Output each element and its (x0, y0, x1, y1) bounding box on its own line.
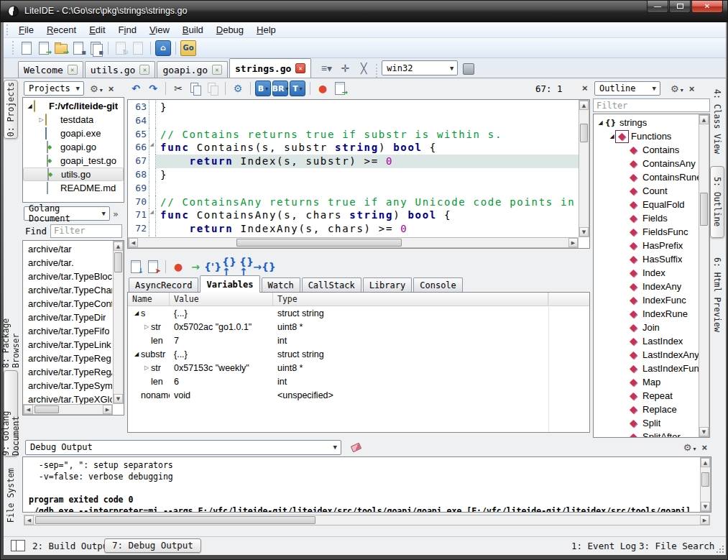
expander-icon[interactable]: ◢ (608, 133, 616, 139)
expander-icon[interactable]: ◢ (26, 103, 34, 109)
show-debug-output-icon[interactable]: ↓ (128, 259, 144, 275)
gear-icon[interactable]: ⚙▾ (90, 83, 103, 94)
tab-list-icon[interactable]: ≡▾ (317, 60, 336, 77)
output-hscrollbar[interactable]: ◀ ▶ (24, 515, 710, 525)
continue-icon[interactable]: → (188, 259, 203, 275)
scroll-thumb[interactable] (34, 405, 59, 413)
tree-item[interactable]: ◆SplitAfter (594, 430, 699, 437)
sidebar-tab-class-view[interactable]: 4: Class View (710, 81, 724, 162)
line-number[interactable]: 68 (128, 168, 149, 182)
save-all-icon[interactable]: ▪ (88, 40, 103, 56)
scroll-right-icon[interactable]: ▶ (700, 515, 709, 525)
variable-row[interactable]: nonamevoid<unspecified> (128, 388, 589, 402)
menu-find[interactable]: Find (112, 23, 143, 37)
editor-vscrollbar[interactable]: ▲ ▼ (579, 100, 589, 237)
list-item[interactable]: archive/tar (24, 242, 112, 256)
build-menu-icon[interactable]: B▾ (255, 81, 271, 96)
menu-recent[interactable]: Recent (40, 23, 83, 37)
list-item[interactable]: archive/tar.TypeFifo (24, 324, 112, 338)
test-menu-icon[interactable]: T▾ (290, 81, 305, 96)
statusbar-file-search[interactable]: 3: File Search (639, 541, 714, 551)
step-over-icon[interactable]: {}↑ (222, 259, 238, 275)
menu-view[interactable]: View (143, 23, 176, 37)
copy-icon[interactable] (188, 81, 203, 96)
variable-row[interactable]: ◢substr{...}struct string (128, 347, 589, 361)
scroll-thumb[interactable] (114, 252, 122, 272)
list-item[interactable]: archive/tar.TypeDir (24, 311, 112, 324)
tree-item[interactable]: ◆EqualFold (594, 198, 699, 211)
variable-row[interactable]: ▷str0x57153c "weekly"uint8 * (128, 361, 589, 375)
scroll-down-icon[interactable]: ▼ (701, 502, 710, 511)
debug-tab-variables[interactable]: Variables (200, 275, 259, 293)
close-tab-icon[interactable]: ✕ (139, 65, 149, 75)
scroll-up-icon[interactable]: ▲ (114, 242, 123, 251)
save-file-icon[interactable]: ▪ (70, 40, 86, 56)
minimize-button[interactable]: — (647, 1, 668, 13)
list-item[interactable]: archive/tar.TypeXGlobalHeader (24, 393, 112, 404)
scroll-thumb[interactable] (701, 472, 709, 487)
tree-item[interactable]: ◆Index (594, 266, 699, 280)
paste-icon[interactable] (205, 81, 221, 96)
tree-item[interactable]: ◆HasPrefix (594, 239, 699, 252)
tree-item[interactable]: ◆LastIndexAny (594, 348, 699, 362)
debug-tab-callstack[interactable]: CallStack (302, 277, 361, 293)
tree-item[interactable]: ◆Repeat (594, 389, 699, 403)
variable-row[interactable]: len7int (128, 334, 589, 347)
tree-item[interactable]: ◆IndexFunc (594, 293, 699, 307)
tree-item[interactable]: ◆IndexAny (594, 280, 699, 293)
tree-item[interactable]: ◆LastIndex (594, 334, 699, 348)
menu-edit[interactable]: Edit (83, 23, 111, 37)
doc-list-vscrollbar[interactable]: ▲ ▼ (113, 241, 124, 404)
debug-start-icon[interactable]: → (332, 81, 348, 96)
list-item[interactable]: archive/tar.TypeSymlink (24, 379, 112, 393)
tree-item[interactable]: ◆Fields (594, 211, 699, 225)
doc-list-hscrollbar[interactable]: ◀ ▶ (23, 404, 113, 415)
menu-debug[interactable]: Debug (210, 23, 250, 37)
statusbar-build-output[interactable]: 2: Build Output (32, 541, 114, 551)
line-number[interactable]: 66 (128, 141, 149, 155)
new-file-icon[interactable] (19, 40, 34, 56)
outline-vscrollbar[interactable]: ▲ ▼ (699, 114, 709, 437)
golang-document-select[interactable]: Golang Document▼ (24, 206, 110, 221)
close-debug-output-icon[interactable]: ➤ (145, 259, 161, 275)
close-editor-icon[interactable]: × (582, 83, 588, 93)
scroll-left-icon[interactable]: ◀ (24, 515, 34, 525)
reload-file-icon[interactable]: ↻ (113, 40, 129, 56)
menu-help[interactable]: Help (250, 23, 282, 37)
line-number[interactable]: 64 (128, 114, 149, 128)
undo-icon[interactable]: ↶ (128, 81, 144, 96)
resize-grip[interactable] (716, 545, 724, 554)
tree-item[interactable]: ◆Map (594, 375, 699, 389)
output-vscrollbar[interactable]: ▲ ▼ (700, 457, 711, 512)
split-editor-icon[interactable]: ✛ (336, 60, 354, 77)
goplay-icon[interactable]: Go (180, 40, 196, 56)
list-item[interactable]: archive/tar.TypeCont (24, 297, 112, 311)
list-item[interactable]: archive/tar.TypeLink (24, 338, 112, 352)
scroll-thumb[interactable] (700, 193, 708, 226)
scroll-left-icon[interactable]: ◀ (129, 238, 138, 247)
tree-item[interactable]: README.md (23, 181, 124, 195)
scroll-thumb[interactable] (35, 516, 315, 524)
toggle-panels-icon[interactable] (11, 540, 25, 551)
sidebar-tab-html-preview[interactable]: 6: Html Preview (710, 242, 724, 347)
cut-icon[interactable]: ✂ (170, 81, 186, 96)
list-item[interactable]: archive/tar.TypeReg (24, 352, 112, 365)
scroll-right-icon[interactable]: ▶ (568, 238, 578, 247)
gear-icon[interactable]: ⚙▾ (683, 442, 696, 453)
titlebar[interactable]: LiteIDE - C:\Go\src\pkg\strings\strings.… (1, 1, 728, 22)
close-button[interactable]: ✕ (691, 1, 723, 13)
tree-item[interactable]: goapi_test.go (23, 154, 124, 167)
column-header-name[interactable]: Name (128, 293, 170, 306)
list-item[interactable]: archive/tar.TypeRegA (24, 365, 112, 379)
close-tab-icon[interactable]: ✕ (212, 65, 222, 75)
close-file-icon[interactable] (130, 40, 146, 56)
tree-item[interactable]: ◆LastIndexFunc (594, 362, 699, 375)
column-header-type[interactable]: Type (273, 293, 548, 306)
menu-file[interactable]: File (12, 23, 40, 37)
scroll-down-icon[interactable]: ▼ (579, 227, 589, 237)
scroll-up-icon[interactable]: ▲ (699, 115, 709, 124)
debug-tab-watch[interactable]: Watch (262, 277, 300, 293)
build-config-icon[interactable]: ⚙ (230, 81, 246, 96)
build-run-menu-icon[interactable]: BR▾ (272, 81, 288, 96)
line-number[interactable]: 65 (128, 128, 149, 142)
